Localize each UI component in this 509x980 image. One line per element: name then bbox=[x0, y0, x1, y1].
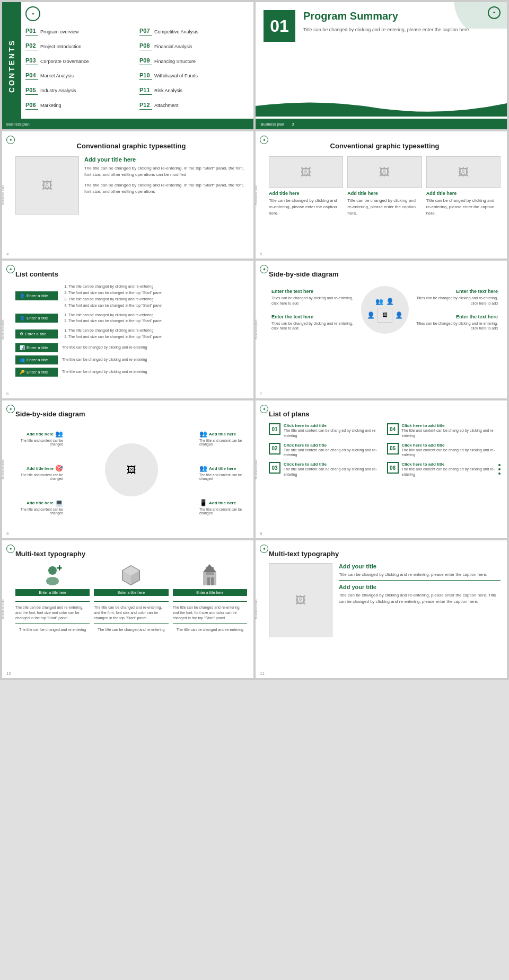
slide-icon: ✦ bbox=[260, 405, 268, 413]
plan-content: Click here to add title The title and co… bbox=[284, 462, 383, 477]
wave-svg bbox=[256, 98, 507, 117]
page-label: Risk Analysis bbox=[154, 88, 182, 93]
item-text: The title and content can be changed bbox=[15, 439, 63, 446]
slide-sbs-2: ✦ Side-by-side diagram 🖼 Add title here … bbox=[2, 400, 253, 538]
slide-title: List contents bbox=[15, 270, 247, 278]
page-label: Marketing bbox=[40, 103, 62, 108]
svg-rect-3 bbox=[56, 567, 62, 569]
multi-item-3: Enter a title here The title can be chan… bbox=[173, 563, 247, 632]
plan-item-4: 04 Click here to add title The title and… bbox=[387, 423, 501, 439]
multi-item-1: Enter a title here The title can be chan… bbox=[15, 563, 90, 632]
multi-badge: Enter a title here bbox=[173, 589, 247, 596]
multi-icon-box bbox=[118, 563, 144, 587]
slide-sbs-1: ✦ Side-by-side diagram Enter the text he… bbox=[256, 261, 507, 398]
title-section-2: Add your title Title can be changed by c… bbox=[339, 584, 501, 605]
list-item: P06 Marketing bbox=[25, 99, 135, 112]
sbs-left-item-2: Enter the text here Titles can be change… bbox=[271, 314, 358, 332]
sbs-item-text: Titles can be changed by clicking and re… bbox=[271, 321, 358, 332]
business-plan-label: Business plan bbox=[254, 319, 258, 339]
multi-icon-box bbox=[197, 563, 223, 587]
plan-text: The title and content can be chang ed by… bbox=[402, 428, 501, 439]
plan-text: The title and content can be chang ed by… bbox=[284, 428, 383, 439]
logo-icon: ✦ bbox=[25, 6, 40, 21]
list-item: P04 Market Analysis bbox=[25, 69, 135, 82]
badge-label: Enter a title bbox=[27, 316, 48, 320]
sbs-left-item-1: Enter the text here Titles can be change… bbox=[271, 289, 358, 306]
sbs-center: 👥 👤 👤 🖼 👤 bbox=[361, 286, 409, 334]
page-label: Financial Analysis bbox=[154, 44, 192, 49]
center-image: 🖼 bbox=[378, 308, 392, 323]
item-text: The title and content can be changed bbox=[199, 439, 247, 446]
icon-row-1: 👥 👤 bbox=[375, 298, 394, 305]
sbs-left: Enter the text here Titles can be change… bbox=[271, 289, 358, 331]
plan-number: 05 bbox=[387, 443, 399, 455]
center-circle: 🖼 bbox=[105, 443, 158, 496]
slide-multi-text-2: ✦ Multi-text typography 🖼 Add your title… bbox=[256, 540, 507, 678]
numbered-list: The title can be changed by clicking and… bbox=[62, 327, 162, 340]
slide-content: 🖼 Add your title Title can be changed by… bbox=[269, 563, 501, 637]
list-item: The font and size can be changed in the … bbox=[68, 290, 162, 296]
slide-number: 4 bbox=[6, 252, 8, 256]
page-label: Financing Structure bbox=[154, 59, 196, 64]
plan-title: Click here to add title bbox=[284, 443, 383, 448]
person-icon: 👤 bbox=[386, 298, 394, 305]
section-title-2: Add your title bbox=[339, 584, 501, 590]
item-icon: 👥 bbox=[199, 430, 207, 438]
slide-number: 9 bbox=[260, 531, 262, 536]
list-item: 🔑 Enter a title The title can be changed… bbox=[15, 368, 247, 377]
plan-content: Click here to add title The title and co… bbox=[402, 423, 501, 439]
multi-text: The title can be changed and re-entering… bbox=[173, 605, 247, 620]
list-badge: 👤 Enter a title bbox=[15, 314, 58, 323]
decorative-dots bbox=[498, 464, 501, 475]
image-placeholder: 🖼 bbox=[269, 563, 332, 637]
slide-conventional-1: ✦ Conventional graphic typesetting 🖼 Add… bbox=[2, 131, 253, 259]
business-plan-label: Business plan bbox=[254, 459, 258, 479]
page-label: Program overview bbox=[40, 29, 79, 34]
multi-text: The title can be changed and re-entering… bbox=[94, 605, 168, 620]
plan-text: The title and content can be chang ed by… bbox=[284, 467, 383, 477]
text-content: Add your title Title can be changed by c… bbox=[339, 563, 501, 605]
list-item: ⚙ Enter a title The title can be changed… bbox=[15, 327, 247, 340]
page-num: P08 bbox=[139, 42, 152, 50]
slide-icon: ✦ bbox=[6, 545, 15, 553]
summary-footer: Business plan 3 bbox=[256, 119, 507, 129]
people-icon: 👥 bbox=[375, 298, 383, 305]
item-row: Add title here 💻 bbox=[15, 499, 63, 506]
slide-number: 10 bbox=[6, 671, 11, 676]
page-num: P05 bbox=[25, 87, 38, 95]
slide-title: Multi-text typography bbox=[269, 550, 501, 558]
svg-point-0 bbox=[48, 566, 57, 575]
item-icon: 💻 bbox=[55, 499, 63, 506]
plan-title: Click here to add title bbox=[284, 423, 383, 428]
summary-text: Program Summary Title can be changed by … bbox=[303, 10, 470, 34]
image-placeholder: 🖼 bbox=[269, 156, 343, 188]
section-text-2: Title can be changed by clicking and re-… bbox=[339, 592, 501, 605]
page-label: Withdrawal of Funds bbox=[154, 73, 198, 78]
list-badge: 🔑 Enter a title bbox=[15, 368, 58, 377]
multi-item-2: Enter a title here The title can be chan… bbox=[94, 563, 168, 632]
icon-row-2: 👤 🖼 👤 bbox=[367, 308, 403, 323]
page-num: P04 bbox=[25, 72, 38, 80]
business-plan-label: Business plan bbox=[1, 459, 4, 479]
title-section-1: Add your title Title can be changed by c… bbox=[339, 563, 501, 581]
plan-number: 03 bbox=[269, 462, 280, 474]
center-circle: 👥 👤 👤 🖼 👤 bbox=[361, 286, 409, 334]
list-item: The font and size can be changed in the … bbox=[68, 318, 162, 324]
image-item-3: 🖼 Add title here Title can be changed by… bbox=[426, 156, 501, 217]
list-item: P12 Attachment bbox=[139, 99, 249, 112]
page-num: P07 bbox=[139, 28, 152, 35]
list-item: The font and size can be changed in the … bbox=[68, 334, 162, 340]
sbs-item-title: Enter the text here bbox=[411, 289, 498, 294]
page-number: 3 bbox=[292, 122, 294, 126]
svg-marker-12 bbox=[203, 564, 216, 572]
list-item: 📊 Enter a title The title can be changed… bbox=[15, 343, 247, 352]
summary-title: Program Summary bbox=[303, 10, 470, 22]
badge-label: Enter a title bbox=[25, 332, 46, 336]
plan-content: Click here to add title The title and co… bbox=[284, 443, 383, 458]
paragraph-2: The title can be changed by clicking and… bbox=[84, 182, 247, 195]
paragraph-1: The title can be changed by clicking and… bbox=[84, 165, 247, 178]
slide-icon: ✦ bbox=[6, 136, 15, 144]
green-heading: Add your title here bbox=[84, 156, 247, 163]
section-text-1: Title can be changed by clicking and re-… bbox=[339, 572, 501, 578]
business-plan-label: Business plan bbox=[254, 185, 258, 204]
